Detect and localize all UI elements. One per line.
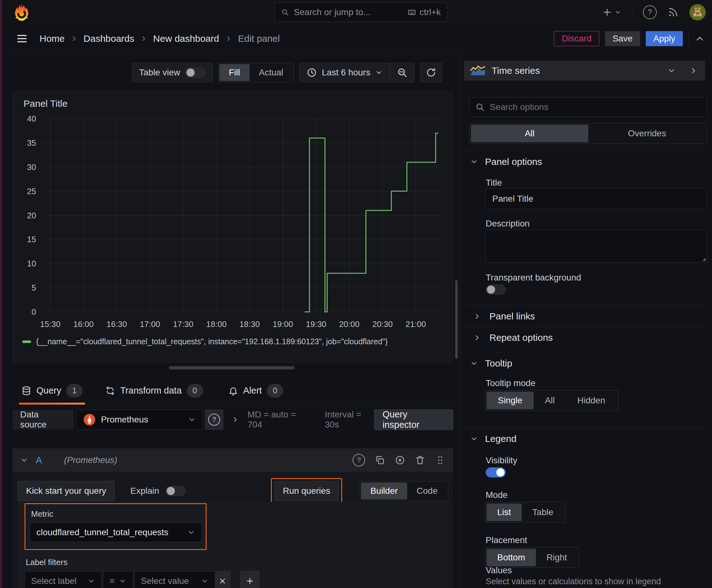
svg-text:40: 40	[27, 114, 36, 123]
global-search-input[interactable]	[293, 7, 408, 18]
svg-text:17:30: 17:30	[173, 319, 193, 329]
title-input[interactable]	[486, 188, 707, 209]
svg-text:35: 35	[27, 138, 36, 148]
legend-header[interactable]: Legend	[470, 434, 516, 444]
title-label: Title	[486, 178, 502, 188]
tooltip-single-option[interactable]: Single	[487, 392, 534, 409]
operator-dropdown[interactable]: =	[103, 571, 133, 588]
mega-menu-icon[interactable]	[16, 33, 28, 45]
panel-options-header[interactable]: Panel options	[470, 156, 542, 167]
transform-icon	[105, 386, 115, 396]
add-filter-button[interactable]	[240, 571, 259, 588]
options-search[interactable]	[469, 97, 707, 117]
operator-value: =	[110, 576, 114, 586]
chart-legend[interactable]: {__name__="cloudflared_tunnel_total_requ…	[22, 337, 388, 346]
options-search-input[interactable]	[489, 102, 701, 112]
query-ref-id: A	[36, 455, 42, 465]
collapse-query-icon[interactable]	[20, 456, 28, 464]
table-view-switch[interactable]	[185, 67, 205, 78]
zoom-out-button[interactable]	[390, 63, 414, 82]
datasource-picker[interactable]: Prometheus	[77, 410, 202, 430]
tab-query[interactable]: Query 1	[19, 377, 85, 404]
legend-placement-bottom[interactable]: Bottom	[487, 549, 536, 566]
remove-filter-button[interactable]	[215, 571, 231, 588]
query-inspector-button[interactable]: Query inspector	[374, 410, 453, 430]
legend-mode-table[interactable]: Table	[522, 504, 564, 521]
transparent-background-switch[interactable]	[486, 285, 506, 295]
chevron-right-icon	[689, 66, 698, 75]
search-icon	[281, 7, 289, 17]
metric-select[interactable]: cloudflared_tunnel_total_requests	[30, 523, 202, 542]
time-series-panel[interactable]: Panel Title 051015202530354015:3016:0016…	[13, 92, 453, 362]
explain-switch[interactable]	[166, 486, 186, 496]
breadcrumb-new-dashboard[interactable]: New dashboard	[153, 33, 219, 44]
legend-values-label: Values	[486, 565, 512, 575]
disable-query-eye-icon[interactable]	[395, 455, 405, 465]
legend-series-name[interactable]: {__name__="cloudflared_tunnel_total_requ…	[36, 337, 388, 346]
expand-options-icon[interactable]	[231, 416, 239, 424]
panel-links-header[interactable]: Panel links	[473, 311, 535, 322]
refresh-button[interactable]	[420, 63, 442, 82]
select-label-dropdown[interactable]: Select label	[24, 571, 102, 588]
code-option[interactable]: Code	[407, 482, 447, 499]
datasource-help-button[interactable]: ?	[205, 410, 223, 430]
tooltip-header[interactable]: Tooltip	[470, 358, 512, 369]
run-queries-button[interactable]: Run queries	[274, 481, 339, 501]
news-rss-icon[interactable]	[667, 6, 679, 18]
discard-button[interactable]: Discard	[554, 31, 599, 46]
grafana-logo[interactable]	[13, 3, 31, 21]
tooltip-hidden-option[interactable]: Hidden	[566, 392, 617, 409]
fill-option[interactable]: Fill	[219, 64, 250, 81]
datasource-value: Prometheus	[101, 415, 148, 425]
repeat-options-title: Repeat options	[490, 332, 553, 343]
query-help-icon[interactable]: ?	[352, 454, 365, 466]
legend-mode-list[interactable]: List	[487, 504, 522, 521]
save-button[interactable]: Save	[605, 31, 640, 46]
select-label-placeholder: Select label	[31, 576, 77, 586]
repeat-options-header[interactable]: Repeat options	[473, 332, 553, 343]
svg-text:20:30: 20:30	[372, 319, 393, 329]
panel-resize-handle[interactable]	[169, 366, 295, 370]
builder-option[interactable]: Builder	[361, 482, 407, 499]
breadcrumb-home[interactable]: Home	[40, 33, 65, 44]
svg-text:10: 10	[27, 259, 36, 268]
query-row-header[interactable]: A (Prometheus) ?	[13, 448, 453, 472]
kick-start-button[interactable]: Kick start your query	[18, 481, 114, 501]
tab-alert[interactable]: Alert 0	[228, 377, 283, 404]
chevron-right-icon	[70, 35, 78, 42]
tab-overrides[interactable]: Overrides	[588, 125, 706, 142]
legend-placement-right[interactable]: Right	[536, 549, 578, 566]
help-button[interactable]: ?	[643, 5, 657, 19]
svg-text:20:00: 20:00	[339, 319, 360, 329]
chevron-down-icon	[470, 435, 478, 443]
new-menu-button[interactable]	[602, 7, 621, 18]
resize-handle-icon[interactable]	[699, 254, 706, 261]
remove-query-trash-icon[interactable]	[415, 455, 425, 465]
collapse-header-icon[interactable]	[694, 33, 705, 44]
stat-max-data-points: MD = auto = 704	[248, 410, 311, 430]
actual-option[interactable]: Actual	[250, 64, 293, 81]
time-series-chart[interactable]: 051015202530354015:3016:0016:3017:0017:3…	[15, 111, 452, 334]
chevron-right-icon	[140, 35, 148, 42]
visualization-picker[interactable]: Time series	[464, 61, 705, 80]
tab-all[interactable]: All	[471, 125, 588, 142]
scrollbar-thumb[interactable]	[455, 280, 458, 359]
drag-handle-icon[interactable]	[435, 455, 446, 465]
apply-button[interactable]: Apply	[646, 31, 683, 46]
chevron-down-icon	[188, 416, 196, 424]
duplicate-query-icon[interactable]	[374, 455, 385, 465]
top-nav-bar: ctrl+k ?	[0, 0, 712, 25]
user-avatar[interactable]	[689, 4, 706, 20]
legend-visibility-switch[interactable]	[486, 467, 506, 478]
breadcrumb-dashboards[interactable]: Dashboards	[84, 33, 134, 44]
global-search[interactable]: ctrl+k	[275, 2, 447, 22]
viz-suggestions-button[interactable]	[682, 61, 705, 80]
tab-transform-data[interactable]: Transform data 0	[105, 377, 203, 404]
panel-links-title: Panel links	[490, 311, 535, 322]
table-view-toggle[interactable]: Table view	[132, 63, 213, 82]
tooltip-all-option[interactable]: All	[534, 392, 566, 409]
description-textarea[interactable]	[486, 230, 707, 262]
time-range-picker[interactable]: Last 6 hours	[300, 63, 390, 82]
select-value-dropdown[interactable]: Select value	[134, 571, 215, 588]
legend-placement-label: Placement	[486, 535, 527, 545]
